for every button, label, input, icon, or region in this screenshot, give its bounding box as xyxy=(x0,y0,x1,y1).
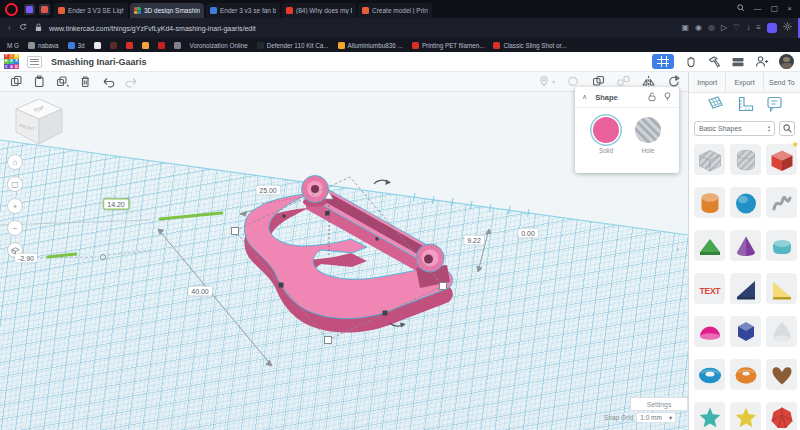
browser-tab[interactable]: Ender 3 v3 se fan by Dmi... xyxy=(206,3,280,18)
view-cube[interactable]: TOP FRONT xyxy=(12,96,66,148)
bookmark-item[interactable]: Classic Sling Shot or... xyxy=(493,42,566,49)
shape-tile-scribble[interactable] xyxy=(766,187,797,218)
scale-handle[interactable] xyxy=(325,337,332,344)
shape-tile-sphere[interactable] xyxy=(730,187,761,218)
stack-icon[interactable]: ≡ xyxy=(756,23,761,33)
shape-tile-cylinder-hole[interactable] xyxy=(730,144,761,175)
shape-search-button[interactable] xyxy=(779,121,795,136)
bookmark-item[interactable]: Defender 110 Kit Ca... xyxy=(257,42,329,49)
url-text[interactable]: www.tinkercad.com/things/gYzFvfLyKd4-sma… xyxy=(49,25,256,32)
bricks-icon[interactable] xyxy=(731,56,745,68)
bookmark-item[interactable] xyxy=(126,42,133,49)
workplane-pin-icon[interactable]: ▾ xyxy=(538,75,555,88)
collapse-chevron-icon[interactable]: ∧ xyxy=(582,93,587,101)
browser-tab[interactable]: Create model | Printable... xyxy=(358,3,432,18)
shape-tile-half-sphere[interactable] xyxy=(694,316,725,347)
shape-tile-paraboloid[interactable] xyxy=(766,316,797,347)
shape-tile-polygon-prism[interactable] xyxy=(730,316,761,347)
invite-person-icon[interactable] xyxy=(755,55,769,68)
shape-tile-torus[interactable] xyxy=(694,359,725,390)
home-view-button[interactable]: ⌂ xyxy=(7,154,23,170)
redo-icon[interactable] xyxy=(125,75,138,88)
bookmark-item[interactable] xyxy=(158,42,165,49)
hammer-icon[interactable] xyxy=(707,55,721,68)
shape-category-dropdown[interactable]: Basic Shapes ▴▾ xyxy=(694,121,775,136)
lock-icon[interactable] xyxy=(35,23,42,34)
dimension-label[interactable]: 9.22 xyxy=(464,236,484,245)
camera-icon[interactable]: ◉ xyxy=(695,23,702,33)
design-title[interactable]: Smashing Inari-Gaaris xyxy=(51,57,147,67)
shape-tile-torus-thick[interactable] xyxy=(730,359,761,390)
notes-tool-icon[interactable] xyxy=(765,95,784,117)
grab-hand-icon[interactable] xyxy=(684,55,697,68)
dashboard-grid-button[interactable] xyxy=(652,54,674,69)
zoom-out-button[interactable]: − xyxy=(7,220,23,236)
restore-icon[interactable]: ▢ xyxy=(771,5,779,13)
dimension-label[interactable]: 14.20 xyxy=(103,199,129,210)
delete-icon[interactable] xyxy=(79,75,92,88)
pin-icon[interactable]: ◎ xyxy=(708,23,715,33)
browser-tab[interactable]: 3D design Smashing Inar... xyxy=(130,3,204,18)
bookmark-item[interactable]: nabava xyxy=(28,42,59,49)
reload-icon[interactable] xyxy=(19,23,27,33)
bookmark-item[interactable] xyxy=(94,42,101,49)
panel-collapse-handle[interactable]: › xyxy=(676,244,679,254)
bookmark-item[interactable]: Alluminiumbu836 ... xyxy=(338,42,403,49)
dimension-label[interactable]: 25.00 xyxy=(256,186,280,195)
vault-extension-icon[interactable] xyxy=(767,23,777,33)
shape-tile-cone[interactable] xyxy=(730,230,761,261)
solid-swatch[interactable] xyxy=(593,117,619,143)
export-button[interactable]: Export xyxy=(726,72,763,92)
avatar[interactable] xyxy=(779,54,794,69)
snap-grid-dropdown[interactable]: 1.0 mm ▾ xyxy=(636,412,676,423)
model-3d-object[interactable] xyxy=(244,176,453,333)
dimension-label[interactable]: -2.90 xyxy=(15,254,37,263)
pinned-tab[interactable] xyxy=(39,4,50,15)
settings-gear-icon[interactable] xyxy=(783,22,792,34)
shape-tile-box-hole[interactable] xyxy=(694,144,725,175)
shape-tile-polygon[interactable] xyxy=(766,230,797,261)
fit-view-button[interactable]: ▢ xyxy=(7,176,23,192)
lock-icon[interactable] xyxy=(647,88,657,106)
ruler-tool-icon[interactable] xyxy=(736,95,754,117)
shape-tile-wedge[interactable] xyxy=(730,273,761,304)
snapshot-icon[interactable]: ▣ xyxy=(681,23,689,33)
scale-handle[interactable] xyxy=(440,283,447,290)
browser-tab[interactable]: (84) Why does my Ender... xyxy=(282,3,356,18)
workplane-tool-icon[interactable] xyxy=(705,95,725,117)
shape-tile-icosahedron[interactable] xyxy=(766,402,797,430)
scale-handle[interactable] xyxy=(232,228,239,235)
zoom-in-button[interactable]: + xyxy=(7,198,23,214)
tinkercad-logo[interactable]: TINKERCAD xyxy=(4,54,19,69)
duplicate-icon[interactable] xyxy=(56,75,69,88)
edge-dot-handle[interactable] xyxy=(375,237,379,241)
shape-tile-five-point-star[interactable] xyxy=(730,402,761,430)
bookmark-item[interactable] xyxy=(174,42,181,49)
heart-icon[interactable]: ♡ xyxy=(733,23,740,33)
close-icon[interactable]: × xyxy=(787,5,792,13)
undo-icon[interactable] xyxy=(102,75,115,88)
paste-icon[interactable] xyxy=(33,75,46,88)
browser-tab[interactable]: Ender 3 V3 SE Lightweig... xyxy=(54,3,128,18)
bookmark-item[interactable] xyxy=(142,42,149,49)
grid-settings-button[interactable]: Settings xyxy=(630,397,688,411)
dimension-label[interactable]: 0.00 xyxy=(518,229,538,238)
copy-icon[interactable] xyxy=(10,75,23,88)
design-menu-button[interactable] xyxy=(27,56,42,68)
bookmark-item[interactable]: M G xyxy=(7,42,19,49)
hole-swatch[interactable] xyxy=(635,117,661,143)
bookmark-item[interactable] xyxy=(110,42,117,49)
bookmark-item[interactable]: Printing PET filamen... xyxy=(412,42,485,49)
shape-tile-box[interactable]: ★ xyxy=(766,144,797,175)
shape-tile-text[interactable]: TEXT xyxy=(694,273,725,304)
bookmark-item[interactable]: 3d xyxy=(68,42,85,49)
shape-tile-heart[interactable] xyxy=(766,359,797,390)
shape-tile-cylinder[interactable] xyxy=(694,187,725,218)
height-handle[interactable] xyxy=(325,211,330,216)
shape-tile-ramp[interactable] xyxy=(766,273,797,304)
player-icon[interactable]: ▷ xyxy=(721,23,727,33)
send-to-button[interactable]: Send To xyxy=(764,72,800,92)
shape-tile-roof[interactable] xyxy=(694,230,725,261)
search-icon[interactable] xyxy=(737,4,745,14)
bookmark-item[interactable]: Voronoization Online xyxy=(190,42,248,49)
